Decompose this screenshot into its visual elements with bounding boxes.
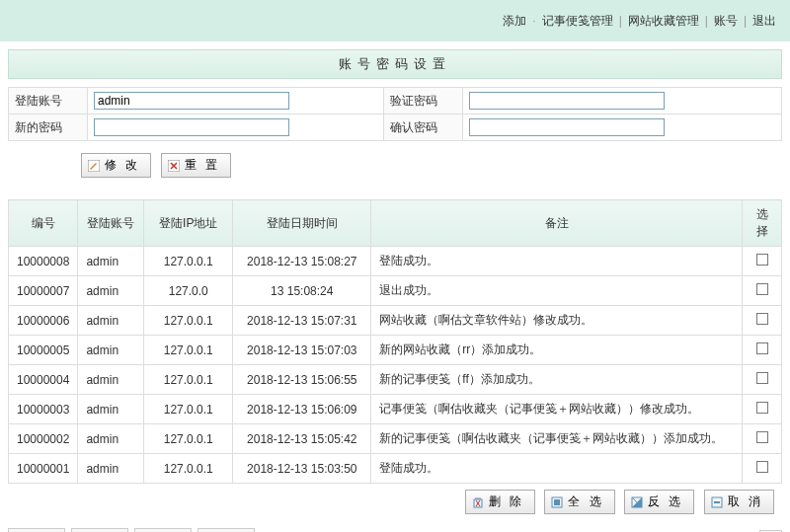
cell-select (743, 336, 782, 365)
new-password-input[interactable] (94, 118, 289, 136)
col-datetime: 登陆日期时间 (233, 200, 371, 247)
invert-selection-button-label: 反 选 (648, 494, 683, 510)
cell-user: admin (78, 454, 144, 484)
label-confirm-password: 确认密码 (384, 114, 463, 141)
invert-selection-button[interactable]: 反 选 (624, 490, 694, 514)
row-checkbox[interactable] (756, 254, 768, 266)
invert-icon (631, 496, 643, 508)
cell-select (743, 276, 782, 306)
cell-datetime: 2018-12-13 15:05:42 (233, 424, 371, 454)
table-row: 10000006admin127.0.0.12018-12-13 15:07:3… (9, 306, 782, 336)
cell-user: admin (78, 306, 144, 336)
cancel-button[interactable]: 取 消 (704, 490, 774, 514)
cell-remark: 记事便笺（啊估收藏夹（记事便笺＋网站收藏））修改成功。 (371, 395, 743, 424)
cell-ip: 127.0.0.1 (144, 247, 233, 276)
username-input[interactable] (94, 92, 289, 110)
cell-ip: 127.0.0.1 (144, 336, 233, 365)
label-username: 登陆账号 (9, 88, 88, 114)
reset-icon (168, 160, 180, 172)
col-id: 编号 (9, 200, 78, 247)
col-ip: 登陆IP地址 (144, 200, 233, 247)
row-checkbox[interactable] (756, 461, 768, 473)
nav-add[interactable]: 添加 (503, 13, 526, 30)
cell-id: 10000001 (9, 454, 78, 484)
cell-ip: 127.0.0.1 (144, 454, 233, 484)
cell-ip: 127.0.0 (144, 276, 233, 306)
modify-button[interactable]: 修 改 (81, 153, 151, 178)
cell-remark: 新的网站收藏（rr）添加成功。 (371, 336, 743, 365)
table-actions: 删 除 全 选 反 选 取 消 (8, 484, 782, 524)
cell-remark: 新的记事便笺（啊估收藏夹（记事便笺＋网站收藏））添加成功。 (371, 424, 743, 454)
row-checkbox[interactable] (756, 313, 768, 325)
svg-rect-4 (554, 499, 560, 505)
delete-button-label: 删 除 (489, 494, 524, 510)
first-page-button[interactable]: 第一页 (8, 528, 65, 532)
top-navigation: 添加 · 记事便笺管理 | 网站收藏管理 | 账号 | 退出 (0, 0, 790, 41)
select-all-icon (551, 496, 563, 508)
table-row: 10000002admin127.0.0.12018-12-13 15:05:4… (9, 424, 782, 454)
select-all-button[interactable]: 全 选 (544, 490, 614, 514)
row-checkbox[interactable] (756, 372, 768, 384)
cell-datetime: 2018-12-13 15:06:09 (233, 395, 371, 424)
nav-sep: | (619, 14, 622, 28)
row-checkbox[interactable] (756, 431, 768, 443)
reset-button-label: 重 置 (185, 157, 220, 174)
cell-remark: 登陆成功。 (371, 247, 743, 276)
cell-id: 10000003 (9, 395, 78, 424)
nav-sep: | (705, 14, 708, 28)
cell-datetime: 2018-12-13 15:07:31 (233, 306, 371, 336)
password-form: 登陆账号 验证密码 新的密码 确认密码 (8, 87, 782, 141)
cell-id: 10000007 (9, 276, 78, 306)
cell-datetime: 2018-12-13 15:06:55 (233, 365, 371, 395)
select-all-button-label: 全 选 (568, 494, 603, 510)
cell-ip: 127.0.0.1 (144, 395, 233, 424)
cancel-button-label: 取 消 (728, 494, 763, 510)
svg-rect-7 (714, 501, 720, 503)
confirm-password-input[interactable] (469, 118, 665, 136)
cell-remark: 登陆成功。 (371, 454, 743, 484)
cell-user: admin (78, 395, 144, 424)
table-row: 10000003admin127.0.0.12018-12-13 15:06:0… (9, 395, 782, 424)
table-row: 10000004admin127.0.0.12018-12-13 15:06:5… (9, 365, 782, 395)
col-select: 选择 (743, 200, 782, 247)
verify-password-input[interactable] (469, 92, 665, 110)
row-checkbox[interactable] (756, 342, 768, 354)
cell-select (743, 424, 782, 454)
delete-icon (472, 496, 484, 508)
cell-id: 10000006 (9, 306, 78, 336)
cell-datetime: 2018-12-13 15:03:50 (233, 454, 371, 484)
pager: 第一页 上一页 下一页 最末页 1 (8, 524, 782, 532)
cell-select (743, 365, 782, 395)
label-verify-password: 验证密码 (384, 88, 463, 114)
table-row: 10000007admin127.0.013 15:08:24退出成功。 (9, 276, 782, 306)
row-checkbox[interactable] (756, 283, 768, 295)
nav-favorites[interactable]: 网站收藏管理 (628, 13, 699, 30)
cell-ip: 127.0.0.1 (144, 424, 233, 454)
reset-button[interactable]: 重 置 (161, 153, 231, 178)
cell-user: admin (78, 276, 144, 306)
table-row: 10000005admin127.0.0.12018-12-13 15:07:0… (9, 336, 782, 365)
col-user: 登陆账号 (78, 200, 144, 247)
section-title: 账号密码设置 (8, 49, 782, 79)
next-page-button[interactable]: 下一页 (134, 528, 192, 532)
row-checkbox[interactable] (756, 402, 768, 414)
last-page-button[interactable]: 最末页 (198, 528, 255, 532)
cell-remark: 新的记事便笺（ff）添加成功。 (371, 365, 743, 395)
prev-page-button[interactable]: 上一页 (71, 528, 128, 532)
cell-datetime: 2018-12-13 15:07:03 (233, 336, 371, 365)
cell-user: admin (78, 365, 144, 395)
nav-notes[interactable]: 记事便笺管理 (542, 13, 613, 30)
cell-id: 10000005 (9, 336, 78, 365)
cell-select (743, 247, 782, 276)
delete-button[interactable]: 删 除 (465, 490, 535, 514)
nav-account[interactable]: 账号 (714, 13, 738, 30)
cell-select (743, 454, 782, 484)
log-table: 编号 登陆账号 登陆IP地址 登陆日期时间 备注 选择 10000008admi… (8, 199, 782, 484)
col-remark: 备注 (371, 200, 743, 247)
cell-id: 10000002 (9, 424, 78, 454)
nav-logout[interactable]: 退出 (752, 13, 776, 30)
cell-select (743, 395, 782, 424)
nav-sep: | (744, 14, 747, 28)
table-row: 10000001admin127.0.0.12018-12-13 15:03:5… (9, 454, 782, 484)
label-new-password: 新的密码 (9, 114, 88, 141)
